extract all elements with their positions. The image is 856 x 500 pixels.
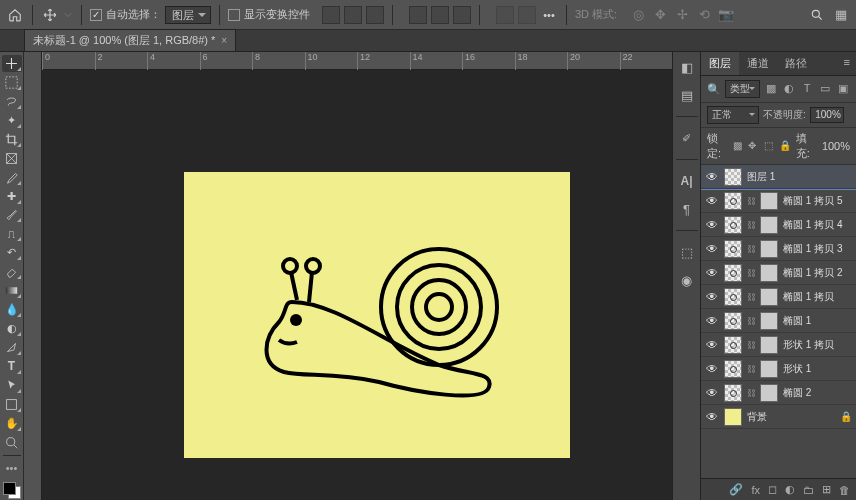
move-tool[interactable] [2, 55, 22, 72]
blend-mode-dropdown[interactable]: 正常 [707, 106, 759, 124]
filter-shape-icon[interactable]: ▭ [818, 82, 832, 96]
layer-row[interactable]: 👁⛓形状 1 拷贝 [701, 333, 856, 357]
home-icon[interactable] [6, 6, 24, 24]
align-top-icon[interactable] [409, 6, 427, 24]
visibility-toggle-icon[interactable]: 👁 [705, 242, 719, 256]
pen-tool[interactable] [2, 339, 22, 356]
visibility-toggle-icon[interactable]: 👁 [705, 290, 719, 304]
vector-mask-thumbnail[interactable] [760, 360, 778, 378]
tab-paths[interactable]: 路径 [777, 52, 815, 75]
layer-thumbnail[interactable] [724, 192, 742, 210]
gradient-tool[interactable] [2, 282, 22, 299]
move-dropdown-icon[interactable] [63, 6, 73, 24]
layer-row[interactable]: 👁⛓椭圆 2 [701, 381, 856, 405]
layer-thumbnail[interactable] [724, 336, 742, 354]
layer-name[interactable]: 椭圆 2 [783, 386, 852, 400]
history-brush-tool[interactable]: ↶ [2, 244, 22, 261]
eyedropper-tool[interactable] [2, 169, 22, 186]
layer-row[interactable]: 👁⛓椭圆 1 拷贝 5 [701, 189, 856, 213]
vector-mask-thumbnail[interactable] [760, 240, 778, 258]
brush-tool[interactable] [2, 207, 22, 224]
layer-name[interactable]: 图层 1 [747, 170, 852, 184]
layer-mask-icon[interactable]: ◻ [768, 483, 777, 496]
3d-slide-icon[interactable]: ⟲ [695, 6, 713, 24]
fill-input[interactable]: 100% [822, 140, 850, 152]
frame-tool[interactable] [2, 150, 22, 167]
layer-name[interactable]: 背景 [747, 410, 835, 424]
brush-settings-icon[interactable]: ✐ [678, 129, 696, 147]
vector-mask-thumbnail[interactable] [760, 336, 778, 354]
align-center-h-icon[interactable] [344, 6, 362, 24]
new-fill-adjust-icon[interactable]: ◐ [785, 483, 795, 496]
eraser-tool[interactable] [2, 263, 22, 280]
distribute-h-icon[interactable] [496, 6, 514, 24]
character-panel-icon[interactable]: A| [678, 172, 696, 190]
visibility-toggle-icon[interactable]: 👁 [705, 314, 719, 328]
lock-pixels-icon[interactable]: ▩ [733, 140, 743, 152]
lock-position-icon[interactable]: ✥ [748, 140, 758, 152]
healing-tool[interactable]: ✚ [2, 188, 22, 205]
type-tool[interactable]: T [2, 358, 22, 375]
layer-name[interactable]: 椭圆 1 拷贝 [783, 290, 852, 304]
layer-thumbnail[interactable] [724, 216, 742, 234]
new-group-icon[interactable]: 🗀 [803, 484, 814, 496]
visibility-toggle-icon[interactable]: 👁 [705, 266, 719, 280]
vector-mask-link-icon[interactable]: ⛓ [747, 316, 755, 326]
layer-name[interactable]: 椭圆 1 拷贝 5 [783, 194, 852, 208]
blur-tool[interactable]: 💧 [2, 301, 22, 318]
layer-thumbnail[interactable] [724, 384, 742, 402]
search-icon[interactable] [808, 6, 826, 24]
align-right-icon[interactable] [366, 6, 384, 24]
magic-wand-tool[interactable]: ✦ [2, 112, 22, 129]
filter-smart-icon[interactable]: ▣ [836, 82, 850, 96]
dodge-tool[interactable]: ◐ [2, 320, 22, 337]
visibility-toggle-icon[interactable]: 👁 [705, 410, 719, 424]
filter-pixel-icon[interactable]: ▩ [764, 82, 778, 96]
visibility-toggle-icon[interactable]: 👁 [705, 194, 719, 208]
visibility-toggle-icon[interactable]: 👁 [705, 386, 719, 400]
zoom-tool[interactable] [2, 434, 22, 451]
color-panel-icon[interactable]: ◧ [678, 58, 696, 76]
move-tool-icon[interactable] [41, 6, 59, 24]
tab-layers[interactable]: 图层 [701, 52, 739, 75]
layer-thumbnail[interactable] [724, 240, 742, 258]
more-align-icon[interactable]: ••• [540, 6, 558, 24]
visibility-toggle-icon[interactable]: 👁 [705, 218, 719, 232]
layer-name[interactable]: 椭圆 1 拷贝 3 [783, 242, 852, 256]
visibility-toggle-icon[interactable]: 👁 [705, 338, 719, 352]
layer-row[interactable]: 👁图层 1 [701, 165, 856, 189]
marquee-tool[interactable] [2, 74, 22, 91]
3d-camera-icon[interactable]: 📷 [717, 6, 735, 24]
crop-tool[interactable] [2, 131, 22, 148]
vector-mask-link-icon[interactable]: ⛓ [747, 268, 755, 278]
hand-tool[interactable]: ✋ [2, 415, 22, 432]
link-layers-icon[interactable]: 🔗 [729, 483, 743, 496]
paragraph-panel-icon[interactable]: ¶ [678, 200, 696, 218]
layer-name[interactable]: 形状 1 [783, 362, 852, 376]
new-layer-icon[interactable]: ⊞ [822, 483, 831, 496]
3d-orbit-icon[interactable]: ◎ [629, 6, 647, 24]
visibility-toggle-icon[interactable]: 👁 [705, 362, 719, 376]
close-tab-icon[interactable]: × [221, 35, 227, 46]
layer-name[interactable]: 形状 1 拷贝 [783, 338, 852, 352]
auto-select-target-dropdown[interactable]: 图层 [165, 6, 211, 24]
layer-name[interactable]: 椭圆 1 [783, 314, 852, 328]
layer-thumbnail[interactable] [724, 360, 742, 378]
vector-mask-thumbnail[interactable] [760, 264, 778, 282]
lock-all-icon[interactable]: 🔒 [779, 140, 791, 152]
align-bottom-icon[interactable] [453, 6, 471, 24]
color-swatches[interactable] [2, 481, 22, 500]
layer-row[interactable]: 👁⛓椭圆 1 拷贝 4 [701, 213, 856, 237]
layer-row[interactable]: 👁⛓形状 1 [701, 357, 856, 381]
align-left-icon[interactable] [322, 6, 340, 24]
lock-artboard-icon[interactable]: ⬚ [764, 140, 774, 152]
layer-thumbnail[interactable] [724, 288, 742, 306]
libraries-icon[interactable]: ⬚ [678, 243, 696, 261]
vector-mask-link-icon[interactable]: ⛓ [747, 388, 755, 398]
vector-mask-thumbnail[interactable] [760, 384, 778, 402]
swatches-panel-icon[interactable]: ▤ [678, 86, 696, 104]
show-transform-checkbox[interactable]: 显示变换控件 [228, 7, 310, 22]
layer-thumbnail[interactable] [724, 264, 742, 282]
layer-row[interactable]: 👁⛓椭圆 1 拷贝 2 [701, 261, 856, 285]
align-middle-icon[interactable] [431, 6, 449, 24]
